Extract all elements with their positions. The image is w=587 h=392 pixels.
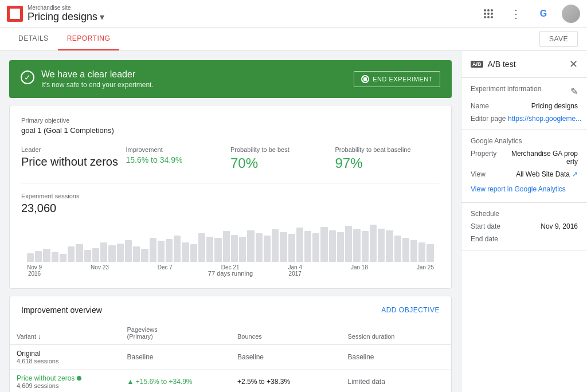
alert-text: We have a clear leader It's now safe to … <box>41 69 154 89</box>
chart-bar <box>304 231 311 262</box>
chart-bar <box>52 252 58 262</box>
chart-bar <box>76 244 83 262</box>
variant-name: Original <box>17 350 40 358</box>
table-row: Original4,618 sessionsBaselineBaselineBa… <box>10 345 451 370</box>
chart-bar <box>272 229 279 262</box>
x-label-7: Jan 25 <box>417 264 434 277</box>
property-key: Property <box>471 150 508 158</box>
end-experiment-button[interactable]: END EXPERIMENT <box>354 71 440 87</box>
external-link-icon[interactable]: ↗ <box>572 170 578 178</box>
chart-bar <box>150 238 156 262</box>
chart-bar <box>296 228 303 262</box>
panel-title-text: A/B test <box>488 60 516 69</box>
add-objective-button[interactable]: ADD OBJECTIVE <box>381 306 440 314</box>
chart-bars <box>21 222 440 262</box>
more-options-button[interactable]: ⋮ <box>507 5 525 23</box>
col-header-variant: Variant ↓ <box>10 322 120 345</box>
session-duration-cell: Baseline <box>341 345 452 370</box>
improvement-range: 15.6% to 34.9% <box>126 155 231 164</box>
sort-icon[interactable]: ↓ <box>38 333 41 340</box>
chart-bar <box>100 242 107 262</box>
chart-bar <box>43 249 50 262</box>
chart-bar <box>288 234 295 262</box>
alert-card: ✓ We have a clear leader It's now safe t… <box>9 60 452 98</box>
app-icon <box>7 6 23 22</box>
property-row: Property Merchandise GA property <box>471 150 578 166</box>
chart-bar <box>394 236 401 262</box>
chart-bar <box>345 226 352 262</box>
grid-menu-button[interactable] <box>479 5 498 23</box>
save-button[interactable]: SAVE <box>539 31 578 47</box>
name-key: Name <box>471 102 508 110</box>
prob-baseline-label: Probability to beat baseline <box>335 146 440 153</box>
chart-bar <box>174 236 181 262</box>
objective-label: Primary objective <box>21 117 440 124</box>
avatar[interactable] <box>562 5 580 23</box>
alert-title: We have a clear leader <box>41 69 154 80</box>
schedule-label: Schedule <box>471 210 578 218</box>
improvement-overview-card: Improvement overview ADD OBJECTIVE Varia… <box>9 296 452 392</box>
metric-improvement: Improvement 15.6% to 34.9% <box>126 146 231 171</box>
leader-value: Price without zeros <box>21 155 126 168</box>
page-title: Pricing designs <box>28 11 97 23</box>
experiment-name-row: Name Pricing designs <box>471 102 578 110</box>
editor-page-link[interactable]: https://shop.googleme... <box>508 115 581 123</box>
improvement-to: 34.9% <box>160 155 183 164</box>
metric-leader: Leader Price without zeros <box>21 146 126 171</box>
dropdown-arrow-icon[interactable]: ▾ <box>100 11 104 22</box>
chart-bar <box>223 231 230 262</box>
top-bar-right: ⋮ G <box>479 5 580 23</box>
chart-bar <box>158 241 165 262</box>
main-layout: ✓ We have a clear leader It's now safe t… <box>0 51 587 392</box>
editor-page-row: Editor page https://shop.googleme... <box>471 115 578 123</box>
view-report-link[interactable]: View report in Google Analytics <box>471 183 578 195</box>
chart-bar <box>198 233 205 262</box>
panel-header: A/B A/B test ✕ <box>461 51 587 78</box>
end-experiment-label: END EXPERIMENT <box>373 76 433 83</box>
google-icon[interactable]: G <box>534 5 553 23</box>
chart-bar <box>133 246 140 262</box>
chart-bar <box>386 230 393 262</box>
leader-label: Leader <box>21 146 126 153</box>
metrics-row: Leader Price without zeros Improvement 1… <box>21 146 440 171</box>
chart-bar <box>108 245 115 262</box>
close-icon[interactable]: ✕ <box>569 58 578 70</box>
metric-prob-baseline: Probability to beat baseline 97% <box>335 146 440 171</box>
chart-bar <box>418 242 425 262</box>
x-label-4: Dec 21 <box>221 264 240 277</box>
chart-bar <box>117 244 124 262</box>
improvement-header: Improvement overview ADD OBJECTIVE <box>10 296 451 322</box>
view-value: All Web Site Data <box>516 170 570 178</box>
tab-details[interactable]: DETAILS <box>9 28 58 50</box>
pageviews-cell: Baseline <box>120 345 231 370</box>
right-panel: A/B A/B test ✕ Experiment information ✎ … <box>461 51 587 392</box>
google-analytics-section: Google Analytics Property Merchandise GA… <box>461 130 587 203</box>
chart-bar <box>362 231 369 262</box>
tab-reporting[interactable]: REPORTING <box>58 28 120 50</box>
col-header-bounces: Bounces <box>230 322 341 345</box>
view-key: View <box>471 170 508 178</box>
chart-bar <box>402 238 409 262</box>
improvement-to-text: to <box>151 155 160 164</box>
chart-bar <box>35 251 42 262</box>
chart-bar <box>239 237 246 262</box>
metric-prob-best: Probability to be best 70% <box>230 146 335 171</box>
name-value: Pricing designs <box>508 102 578 110</box>
chart-bar <box>312 233 319 262</box>
chart-bar <box>206 237 213 262</box>
checkmark-icon: ✓ <box>21 70 34 84</box>
chart-bar <box>27 253 34 262</box>
edit-icon[interactable]: ✎ <box>570 86 578 97</box>
start-date-row: Start date Nov 9, 2016 <box>471 222 578 230</box>
chart-bar <box>214 238 221 262</box>
app-icon-inner <box>10 9 20 19</box>
tabs-bar: DETAILS REPORTING SAVE <box>0 28 587 51</box>
experiment-info-label: Experiment information <box>471 85 541 93</box>
bounces-cell: Baseline <box>230 345 341 370</box>
variant-name[interactable]: Price without zeros <box>17 374 75 382</box>
site-info: Merchandise site Pricing designs ▾ <box>28 5 104 23</box>
chart-section: Experiment sessions 23,060 Nov 92016 Nov… <box>21 183 440 277</box>
chart-container: Nov 92016 Nov 23 Dec 7 Dec 21 Jan 42017 … <box>21 222 440 268</box>
ab-icon: A/B <box>471 61 483 68</box>
table-row: Price without zeros4,609 sessions +15.6%… <box>10 370 451 393</box>
